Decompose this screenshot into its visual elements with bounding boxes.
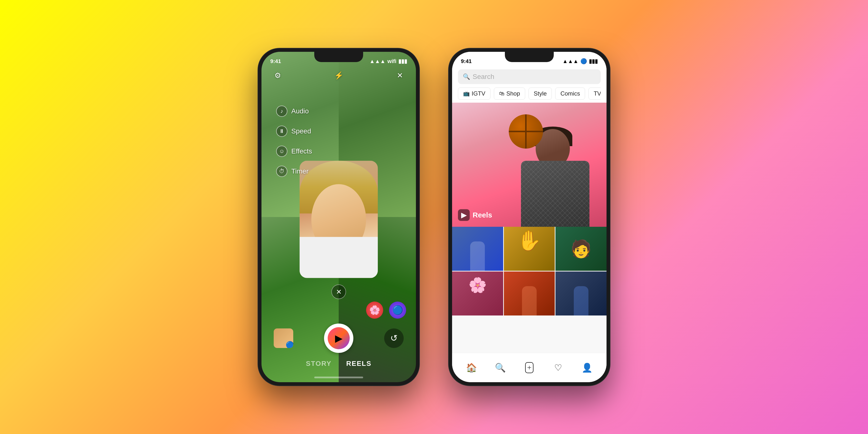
basketball	[509, 114, 543, 149]
thumb-4[interactable]: 🌸	[452, 272, 503, 315]
audio-control[interactable]: ♪ Audio	[276, 105, 312, 117]
reels-badge-icon: ▶	[458, 209, 470, 221]
flower-icon: 🌸	[468, 276, 487, 294]
tab-shop[interactable]: 🛍 Shop	[494, 88, 525, 100]
effects-label: Effects	[291, 147, 312, 155]
phone2-inner: 9:41 ▲▲▲ 🔵 ▮▮▮ 🔍 Search	[452, 52, 607, 382]
reels-content: ▶ Reels ✋	[452, 100, 607, 353]
nav-add-button[interactable]: +	[523, 361, 536, 375]
shutter-area: ▶ ↺	[261, 323, 416, 353]
signal-icon-1: ▲▲▲	[370, 58, 385, 64]
thumbnail-grid: ✋ 🧑 🌸	[452, 227, 607, 315]
explore-screen: 9:41 ▲▲▲ 🔵 ▮▮▮ 🔍 Search	[452, 52, 607, 382]
audio-label: Audio	[291, 107, 309, 115]
reels-hero: ▶ Reels	[452, 100, 607, 227]
audio-icon: ♪	[276, 105, 287, 117]
thumb-2[interactable]: ✋	[504, 227, 555, 271]
search-icon: 🔍	[463, 73, 470, 80]
notch-2	[505, 52, 554, 62]
camera-bottom-bar: ▶ ↺ STORY REELS	[261, 323, 416, 368]
status-icons-1: ▲▲▲ wifi ▮▮▮	[370, 58, 407, 64]
effect-pill-purple[interactable]: 🔵	[389, 302, 406, 319]
flip-camera-button[interactable]: ↺	[384, 329, 404, 348]
nav-home-button[interactable]: 🏠	[465, 361, 478, 375]
jacket-pattern	[521, 161, 589, 227]
tab-style[interactable]: Style	[529, 88, 552, 100]
battery-icon-1: ▮▮▮	[398, 58, 407, 64]
speed-label: Speed	[291, 127, 311, 135]
timer-control[interactable]: ⏱ Timer	[276, 166, 312, 177]
shutter-button[interactable]: ▶	[324, 323, 353, 353]
story-mode-label[interactable]: STORY	[306, 360, 332, 368]
center-portrait	[300, 161, 378, 278]
portrait-shirt	[300, 237, 378, 278]
category-tabs: 📺 IGTV 🛍 Shop Style Comics	[458, 88, 601, 103]
timer-icon: ⏱	[276, 166, 287, 177]
nav-search-button[interactable]: 🔍	[494, 361, 507, 375]
thumb-figure-5	[504, 286, 555, 315]
tab-style-label: Style	[534, 90, 547, 97]
status-icons-2: ▲▲▲ 🔵 ▮▮▮	[562, 58, 598, 64]
tab-igtv-label: IGTV	[472, 90, 485, 97]
effect-pills: 🌸 🔵	[366, 302, 406, 319]
effect-pill-red[interactable]: 🌸	[366, 302, 383, 319]
status-time-1: 9:41	[270, 58, 281, 64]
search-placeholder: Search	[473, 73, 494, 81]
phone1-inner: 9:41 ▲▲▲ wifi ▮▮▮ ⚙ ⚡ ✕	[261, 52, 416, 382]
thumb-figure-6	[555, 286, 607, 315]
search-nav-icon: 🔍	[495, 363, 506, 373]
thumb-figure-1	[452, 242, 503, 271]
phone-1: 9:41 ▲▲▲ wifi ▮▮▮ ⚙ ⚡ ✕	[258, 49, 419, 385]
reels-badge: ▶ Reels	[458, 209, 492, 221]
home-icon: 🏠	[466, 363, 477, 373]
speed-icon: ⏸	[276, 126, 287, 137]
mode-selector: STORY REELS	[306, 360, 371, 368]
effects-control[interactable]: ☺ Effects	[276, 146, 312, 157]
speed-control[interactable]: ⏸ Speed	[276, 126, 312, 137]
profile-icon: 👤	[582, 363, 593, 373]
close-x-button[interactable]: ✕	[331, 284, 346, 299]
tab-tv-movie[interactable]: TV & Movie	[588, 88, 601, 100]
camera-screen: 9:41 ▲▲▲ wifi ▮▮▮ ⚙ ⚡ ✕	[261, 52, 416, 382]
nav-profile-button[interactable]: 👤	[580, 361, 594, 375]
thumb-5[interactable]	[504, 272, 555, 315]
flip-icon: ↺	[390, 333, 398, 343]
tab-shop-label: Shop	[506, 90, 520, 97]
notch	[314, 52, 363, 62]
hand-figure: ✋	[517, 229, 541, 252]
camera-controls-left: ♪ Audio ⏸ Speed ☺ Effects ⏱ Timer	[276, 105, 312, 177]
signal-icon-2: ▲▲▲	[562, 58, 579, 64]
wifi-icon-2: 🔵	[580, 58, 587, 64]
thumb-1[interactable]	[452, 227, 503, 271]
camera-top-bar: ⚙ ⚡ ✕	[261, 69, 416, 82]
close-camera-button[interactable]: ✕	[394, 69, 406, 82]
phones-container: 9:41 ▲▲▲ wifi ▮▮▮ ⚙ ⚡ ✕	[258, 49, 610, 385]
timer-label: Timer	[291, 167, 309, 175]
explore-header: 🔍 Search 📺 IGTV 🛍 Shop	[452, 66, 607, 103]
reels-mode-label[interactable]: REELS	[346, 360, 371, 368]
search-bar[interactable]: 🔍 Search	[458, 69, 601, 84]
tab-comics[interactable]: Comics	[555, 88, 585, 100]
wifi-icon-1: wifi	[387, 58, 396, 64]
green-person: 🧑	[555, 227, 607, 271]
battery-icon-2: ▮▮▮	[589, 58, 598, 64]
tab-comics-label: Comics	[560, 90, 580, 97]
phone-2: 9:41 ▲▲▲ 🔵 ▮▮▮ 🔍 Search	[449, 49, 610, 385]
settings-button[interactable]: ⚙	[271, 69, 284, 82]
status-time-2: 9:41	[461, 58, 472, 64]
shutter-inner: ▶	[328, 327, 350, 349]
thumb-6[interactable]	[555, 272, 607, 315]
tab-igtv[interactable]: 📺 IGTV	[458, 88, 491, 100]
tab-tv-label: TV & Movie	[594, 90, 601, 97]
heart-icon: ♡	[554, 363, 562, 373]
add-icon: +	[525, 362, 533, 373]
effects-icon: ☺	[276, 146, 287, 157]
hero-jacket	[521, 161, 589, 227]
gallery-thumbnail[interactable]	[274, 329, 293, 348]
nav-heart-button[interactable]: ♡	[551, 361, 565, 375]
shop-icon: 🛍	[499, 90, 504, 97]
reels-label: Reels	[473, 211, 492, 219]
flash-button[interactable]: ⚡	[332, 69, 345, 82]
home-indicator-1	[314, 377, 363, 378]
thumb-3[interactable]: 🧑	[555, 227, 607, 271]
